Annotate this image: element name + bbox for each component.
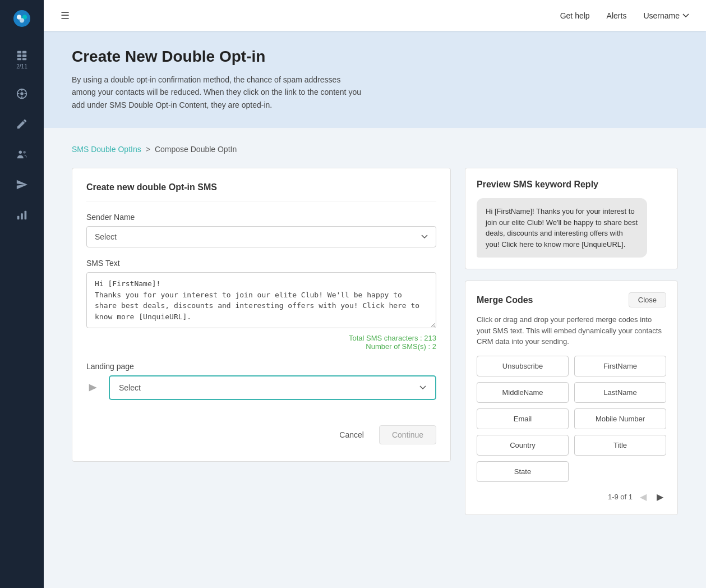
total-sms-chars: Total SMS characters : 213 (86, 334, 436, 342)
sidebar-nav: 2/11 (0, 43, 44, 228)
landing-page-select[interactable]: Select (111, 378, 434, 398)
sidebar-item-send[interactable] (0, 172, 44, 197)
sidebar-item-contacts[interactable] (0, 141, 44, 167)
breadcrumb: SMS Double OptIns > Compose Double OptIn (72, 145, 678, 154)
svg-point-16 (19, 151, 22, 154)
topnav: ☰ Get help Alerts Username (44, 0, 706, 31)
alerts-link[interactable]: Alerts (607, 11, 627, 20)
username-label: Username (643, 11, 680, 20)
svg-rect-18 (17, 216, 20, 219)
svg-rect-4 (17, 51, 21, 54)
get-help-link[interactable]: Get help (560, 11, 590, 20)
main-content: ☰ Get help Alerts Username Create New Do… (44, 0, 706, 588)
svg-point-17 (23, 151, 26, 154)
merge-btn-middlename[interactable]: MiddleName (477, 382, 569, 403)
sidebar-item-edit[interactable] (0, 111, 44, 137)
breadcrumb-separator: > (146, 145, 150, 154)
pagination-next-button[interactable]: ▶ (654, 490, 666, 503)
merge-title: Merge Codes (477, 295, 533, 305)
svg-rect-7 (22, 54, 26, 57)
pagination-info: 1-9 of 1 (608, 493, 633, 501)
edit-icon (16, 118, 28, 130)
contacts-icon (16, 148, 28, 160)
svg-rect-6 (17, 54, 21, 57)
svg-rect-19 (21, 213, 23, 219)
merge-btn-country[interactable]: Country (477, 435, 569, 456)
right-panel: Preview SMS keyword Reply Hi [FirstName]… (465, 168, 678, 515)
cancel-button[interactable]: Cancel (333, 426, 371, 444)
sidebar: 2/11 (0, 0, 44, 588)
continue-button[interactable]: Continue (379, 425, 436, 444)
merge-btn-title[interactable]: Title (574, 435, 666, 456)
sidebar-item-analytics[interactable] (0, 202, 44, 228)
topnav-links: Get help Alerts Username (560, 11, 689, 20)
merge-btn-state[interactable]: State (477, 461, 569, 482)
landing-page-label: Landing page (86, 362, 436, 371)
step-badge: 2/11 (16, 63, 27, 70)
sidebar-item-pages[interactable]: 2/11 (0, 43, 44, 76)
breadcrumb-link[interactable]: SMS Double OptIns (72, 145, 141, 154)
merge-description: Click or drag and drop your perfered mer… (477, 314, 666, 347)
svg-rect-9 (22, 58, 26, 61)
logo[interactable] (9, 6, 35, 31)
logo-icon (13, 10, 30, 27)
dashboard-icon (16, 88, 28, 100)
merge-btn-email[interactable]: Email (477, 408, 569, 429)
pagination-prev-button[interactable]: ◀ (637, 490, 649, 503)
page-body: SMS Double OptIns > Compose Double OptIn… (44, 128, 706, 588)
username-dropdown[interactable]: Username (643, 11, 689, 20)
sender-name-label: Sender Name (86, 213, 436, 222)
merge-btn-firstname[interactable]: FirstName (574, 356, 666, 376)
svg-point-11 (20, 92, 24, 95)
merge-grid: Unsubscribe FirstName MiddleName LastNam… (477, 356, 666, 482)
breadcrumb-current: Compose Double OptIn (155, 145, 237, 154)
landing-page-highlight: Select (109, 375, 436, 400)
preview-card: Preview SMS keyword Reply Hi [FirstName]… (465, 168, 678, 269)
landing-select-wrapper: Select (86, 375, 436, 400)
topnav-left: ☰ (61, 10, 560, 22)
sms-text-label: SMS Text (86, 259, 436, 268)
close-button[interactable]: Close (629, 292, 666, 307)
merge-btn-unsubscribe[interactable]: Unsubscribe (477, 356, 569, 376)
form-card: Create new double Opt-in SMS Sender Name… (72, 168, 451, 462)
sms-stats: Total SMS characters : 213 Number of SMS… (86, 334, 436, 351)
arrow-indicator (86, 380, 102, 396)
svg-point-3 (20, 18, 24, 22)
svg-rect-20 (25, 211, 27, 220)
sender-name-select[interactable]: Select (86, 226, 436, 247)
header-description: By using a double opt-in confirmation me… (72, 74, 363, 111)
landing-page-group: Landing page Select (86, 362, 436, 400)
svg-marker-21 (89, 384, 97, 392)
merge-card: Merge Codes Close Click or drag and drop… (465, 281, 678, 515)
header-banner: Create New Double Opt-in By using a doub… (44, 31, 706, 128)
preview-title: Preview SMS keyword Reply (477, 180, 666, 190)
hamburger-button[interactable]: ☰ (61, 10, 70, 22)
page-title: Create New Double Opt-in (72, 48, 678, 66)
sms-text-group: SMS Text Hi [FirstName]! Thanks you for … (86, 259, 436, 351)
svg-rect-5 (22, 51, 26, 54)
send-icon (16, 178, 28, 191)
merge-pagination: 1-9 of 1 ◀ ▶ (477, 490, 666, 503)
analytics-icon (16, 209, 28, 221)
pages-icon (16, 49, 28, 62)
merge-header: Merge Codes Close (477, 292, 666, 307)
svg-rect-8 (17, 58, 21, 61)
sidebar-item-dashboard[interactable] (0, 81, 44, 107)
form-actions: Cancel Continue (86, 414, 436, 444)
num-sms: Number of SMS(s) : 2 (86, 342, 436, 351)
two-column-layout: Create new double Opt-in SMS Sender Name… (72, 168, 678, 515)
sms-text-textarea[interactable]: Hi [FirstName]! Thanks you for your inte… (86, 272, 436, 328)
form-card-title: Create new double Opt-in SMS (86, 182, 436, 201)
merge-btn-lastname[interactable]: LastName (574, 382, 666, 403)
right-arrow-icon (86, 380, 102, 396)
merge-btn-mobile-number[interactable]: Mobile Number (574, 408, 666, 429)
sms-bubble: Hi [FirstName]! Thanks you for your inte… (477, 198, 647, 258)
sender-name-group: Sender Name Select (86, 213, 436, 247)
chevron-down-icon (682, 12, 689, 19)
